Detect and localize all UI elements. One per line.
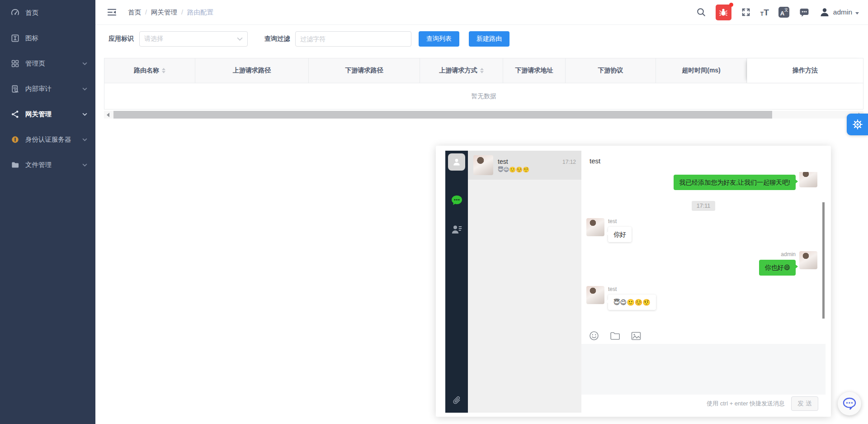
sidebar-item-label: 管理页 bbox=[25, 59, 80, 68]
query-filter-label: 查询过滤 bbox=[264, 35, 290, 43]
contact-name: test bbox=[498, 158, 562, 165]
icon-box-icon bbox=[10, 33, 19, 43]
message-incoming: test 你好 bbox=[581, 218, 826, 242]
chat-profile-button[interactable] bbox=[448, 153, 465, 171]
user-avatar-icon bbox=[452, 157, 461, 167]
column-route-name[interactable]: 路由名称 bbox=[104, 58, 195, 83]
message-list: 我已经添加您为好友,让我们一起聊天吧! 17:11 test 你好 admin … bbox=[581, 172, 826, 328]
fullscreen-icon[interactable] bbox=[741, 7, 751, 17]
column-actions: 操作方法 bbox=[747, 58, 863, 83]
column-upstream-path: 上游请求路径 bbox=[195, 58, 309, 83]
filter-input[interactable] bbox=[295, 31, 411, 47]
horizontal-scrollbar[interactable] bbox=[104, 111, 863, 119]
composer-toolbar bbox=[581, 328, 826, 344]
message-icon[interactable] bbox=[799, 7, 810, 18]
send-button[interactable]: 发 送 bbox=[791, 396, 818, 411]
filter-toolbar: 应用标识 请选择 查询过滤 查询列表 新建路由 bbox=[108, 30, 509, 48]
message-input[interactable] bbox=[581, 344, 826, 395]
conversation-title: test bbox=[581, 151, 826, 172]
sidebar-item-gateway[interactable]: 网关管理 bbox=[0, 101, 95, 127]
scrollbar-thumb[interactable] bbox=[822, 202, 825, 319]
breadcrumb-separator: / bbox=[145, 9, 147, 16]
sidebar-item-icons[interactable]: 图标 bbox=[0, 25, 95, 51]
message-bubble: 你也好😄 bbox=[759, 260, 796, 275]
scrollbar-thumb[interactable] bbox=[113, 111, 772, 119]
composer-footer: 使用 ctrl + enter 快捷发送消息 发 送 bbox=[581, 395, 826, 413]
sidebar-item-label: 内部审计 bbox=[25, 85, 80, 93]
sort-icon[interactable] bbox=[480, 68, 484, 73]
sidebar-item-label: 图标 bbox=[25, 34, 87, 43]
chat-bubble-icon bbox=[842, 397, 857, 410]
chevron-down-icon bbox=[855, 12, 859, 14]
chevron-down-icon bbox=[82, 163, 87, 167]
translate-icon[interactable]: A 文 bbox=[778, 7, 789, 18]
column-upstream-method[interactable]: 上游请求方式 bbox=[420, 58, 503, 83]
grid-icon bbox=[10, 59, 19, 68]
create-route-button[interactable]: 新建路由 bbox=[469, 31, 509, 47]
message-bubble: 我已经添加您为好友,让我们一起聊天吧! bbox=[674, 175, 796, 190]
avatar bbox=[586, 286, 604, 304]
message-incoming: test 😇😉🙂☺️🤨 bbox=[581, 286, 826, 310]
dashboard-icon bbox=[10, 8, 19, 17]
column-downstream-address: 下游请求地址 bbox=[503, 58, 566, 83]
audit-icon bbox=[10, 84, 19, 93]
column-timeout: 超时时间(ms) bbox=[656, 58, 747, 83]
contact-time: 17:12 bbox=[562, 159, 576, 165]
font-size-icon[interactable]: TT bbox=[760, 8, 769, 17]
sidebar-item-internal-audit[interactable]: 内部审计 bbox=[0, 76, 95, 101]
app-id-label: 应用标识 bbox=[108, 35, 134, 43]
contact-last-message: 😇😉🙂☺️🤨 bbox=[498, 167, 576, 173]
sidebar-item-label: 文件管理 bbox=[25, 161, 80, 169]
time-divider: 17:11 bbox=[581, 201, 826, 211]
sidebar-item-file-management[interactable]: 文件管理 bbox=[0, 152, 95, 177]
sidebar: 首页 图标 管理页 内部审计 网关管理 身份认证服务器 bbox=[0, 0, 95, 424]
sidebar-item-admin-pages[interactable]: 管理页 bbox=[0, 51, 95, 76]
send-hint: 使用 ctrl + enter 快捷发送消息 bbox=[707, 400, 785, 408]
breadcrumb-home[interactable]: 首页 bbox=[128, 8, 141, 17]
scroll-left-arrow[interactable] bbox=[104, 111, 112, 119]
breadcrumb: 首页 / 网关管理 / 路由配置 bbox=[128, 8, 213, 17]
chat-nav-rail bbox=[445, 151, 468, 413]
image-icon[interactable] bbox=[631, 332, 641, 340]
search-icon[interactable] bbox=[696, 7, 706, 17]
app-id-select[interactable]: 请选择 bbox=[139, 31, 248, 47]
chevron-down-icon bbox=[82, 138, 87, 141]
sidebar-item-home[interactable]: 首页 bbox=[0, 0, 95, 25]
top-bar: 首页 / 网关管理 / 路由配置 TT A 文 admin bbox=[95, 0, 868, 25]
chevron-down-icon bbox=[82, 113, 87, 116]
sort-icon[interactable] bbox=[162, 68, 165, 73]
column-downstream-path: 下游请求路径 bbox=[309, 58, 420, 83]
attachment-icon[interactable] bbox=[452, 396, 462, 407]
chat-messages-tab[interactable] bbox=[451, 195, 463, 208]
message-bubble: 你好 bbox=[608, 227, 632, 242]
settings-button[interactable] bbox=[847, 114, 868, 135]
avatar bbox=[799, 251, 817, 269]
contact-avatar bbox=[473, 155, 493, 175]
emoji-icon[interactable] bbox=[589, 331, 599, 341]
table-header: 路由名称 上游请求路径 下游请求路径 上游请求方式 下游请求地址 下游协议 超时… bbox=[104, 58, 863, 83]
avatar bbox=[799, 172, 817, 187]
sidebar-item-auth-server[interactable]: 身份认证服务器 bbox=[0, 127, 95, 152]
sidebar-collapse-icon[interactable] bbox=[106, 7, 117, 18]
contact-item-test[interactable]: test 17:12 😇😉🙂☺️🤨 bbox=[468, 151, 581, 180]
folder-icon bbox=[10, 160, 19, 169]
composer-area bbox=[581, 344, 826, 395]
chat-contacts-tab[interactable] bbox=[451, 224, 462, 236]
empty-state: 暂无数据 bbox=[104, 83, 863, 110]
file-icon[interactable] bbox=[610, 331, 620, 340]
sidebar-item-label: 首页 bbox=[25, 9, 87, 17]
gear-icon bbox=[852, 119, 863, 130]
user-menu[interactable]: admin bbox=[819, 7, 859, 18]
chat-launcher-button[interactable] bbox=[838, 392, 861, 415]
chat-bubble-icon bbox=[451, 195, 463, 206]
query-list-button[interactable]: 查询列表 bbox=[419, 31, 459, 47]
empty-text: 暂无数据 bbox=[471, 92, 496, 100]
breadcrumb-gateway[interactable]: 网关管理 bbox=[151, 8, 177, 17]
bug-report-button[interactable] bbox=[716, 5, 731, 20]
user-name: admin bbox=[833, 8, 852, 16]
chevron-down-icon bbox=[82, 62, 87, 65]
routes-table: 路由名称 上游请求路径 下游请求路径 上游请求方式 下游请求地址 下游协议 超时… bbox=[104, 58, 863, 119]
sender-name: test bbox=[608, 286, 656, 292]
chevron-down-icon bbox=[237, 37, 243, 41]
sidebar-item-label: 网关管理 bbox=[25, 110, 80, 119]
